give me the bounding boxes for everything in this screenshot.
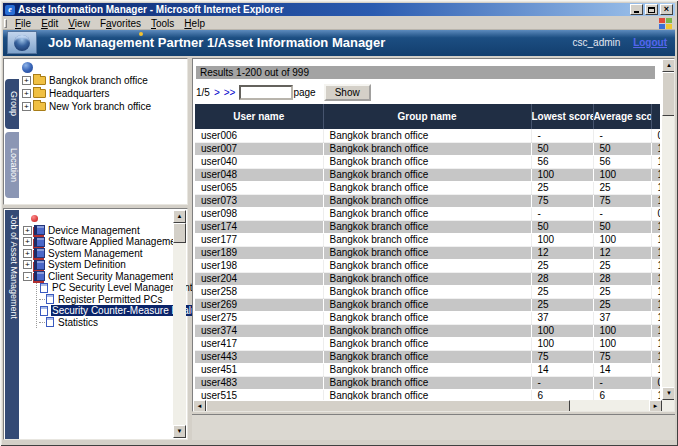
table-row[interactable]: user198Bangkok branch office25251 <box>195 259 660 272</box>
menu-grip[interactable] <box>4 19 7 28</box>
table-row[interactable]: user174Bangkok branch office50501 <box>195 220 660 233</box>
table-row[interactable]: user007Bangkok branch office50501 <box>195 142 660 155</box>
expand-icon[interactable]: + <box>22 89 31 98</box>
scroll-thumb[interactable] <box>173 223 186 243</box>
expand-icon[interactable]: + <box>22 102 31 111</box>
table-row[interactable]: user189Bangkok branch office12121 <box>195 246 660 259</box>
collapse-icon[interactable]: - <box>23 272 32 281</box>
table-row[interactable]: user258Bangkok branch office25251 <box>195 285 660 298</box>
cell-num: 1 <box>651 142 660 155</box>
page-icon <box>46 294 54 304</box>
cell-num: 0 <box>651 376 660 389</box>
minimize-button[interactable] <box>630 4 643 15</box>
table-row[interactable]: user073Bangkok branch office75751 <box>195 194 660 207</box>
show-button[interactable]: Show <box>324 84 371 101</box>
cell-average-score: 28 <box>593 272 651 285</box>
table-row[interactable]: user177Bangkok branch office1001001 <box>195 233 660 246</box>
page-number-input[interactable] <box>239 85 293 100</box>
scroll-up-button[interactable]: ▲ <box>662 59 675 72</box>
results-table: User nameGroup nameLowest scoreAverage s… <box>195 104 660 400</box>
expand-icon[interactable]: + <box>23 249 32 258</box>
table-row[interactable]: user098Bangkok branch office--0 <box>195 207 660 220</box>
cell-user-name: user374 <box>195 324 323 337</box>
expand-icon[interactable]: + <box>23 260 32 269</box>
cell-lowest-score: - <box>531 129 593 142</box>
table-row[interactable]: user374Bangkok branch office1001001 <box>195 324 660 337</box>
cell-average-score: 25 <box>593 285 651 298</box>
cell-num: 1 <box>651 194 660 207</box>
expand-icon[interactable]: + <box>23 226 32 235</box>
table-row[interactable]: user275Bangkok branch office37371 <box>195 311 660 324</box>
nav-item-register-permitted-pcs[interactable]: Register Permitted PCs <box>39 294 171 306</box>
main-horizontal-scrollbar[interactable]: ◄ ► <box>193 400 662 412</box>
job-nav-panel: Job of Asset Management +Device Manageme… <box>3 208 188 440</box>
col-lowest-score: Lowest score <box>531 104 593 129</box>
table-row[interactable]: user269Bangkok branch office25251 <box>195 298 660 311</box>
cell-num: 1 <box>651 324 660 337</box>
logout-link[interactable]: Logout <box>633 37 667 48</box>
last-page-link[interactable]: >> <box>224 87 236 98</box>
menu-view[interactable]: View <box>63 18 95 29</box>
cell-user-name: user515 <box>195 389 323 400</box>
scroll-left-button[interactable]: ◄ <box>193 400 206 412</box>
table-row[interactable]: user040Bangkok branch office56561 <box>195 155 660 168</box>
nav-item-client-security-management[interactable]: -Client Security Management <box>23 271 171 283</box>
nav-item-software-applied-management[interactable]: +Software Applied Management <box>23 236 171 248</box>
col-group-name: Group name <box>323 104 531 129</box>
cell-group-name: Bangkok branch office <box>323 272 531 285</box>
table-row[interactable]: user065Bangkok branch office25251 <box>195 181 660 194</box>
tree-item-headquarters[interactable]: +Headquarters <box>22 87 185 100</box>
expand-icon[interactable]: + <box>22 76 31 85</box>
scroll-thumb[interactable] <box>206 400 570 412</box>
table-row[interactable]: user417Bangkok branch office1001001 <box>195 337 660 350</box>
cell-user-name: user177 <box>195 233 323 246</box>
nav-item-security-counter-measure-evaluation[interactable]: Security Counter-Measure Evaluation <box>39 305 171 317</box>
close-button[interactable]: × <box>660 4 673 15</box>
main-vertical-scrollbar[interactable]: ▲ ▼ <box>662 59 675 400</box>
nav-item-statistics[interactable]: Statistics <box>39 317 171 329</box>
scrollbar-corner <box>662 400 675 412</box>
cell-group-name: Bangkok branch office <box>323 220 531 233</box>
cell-lowest-score: 100 <box>531 324 593 337</box>
tree-item-new-york-branch-office[interactable]: +New York branch office <box>22 100 185 113</box>
cell-group-name: Bangkok branch office <box>323 168 531 181</box>
tree-item-bangkok-branch-office[interactable]: +Bangkok branch office <box>22 74 185 87</box>
tab-group[interactable]: Group <box>5 79 19 129</box>
scroll-right-button[interactable]: ► <box>649 400 662 412</box>
cell-group-name: Bangkok branch office <box>323 207 531 220</box>
nav-item-device-management[interactable]: +Device Management <box>23 225 171 237</box>
tab-location[interactable]: Location <box>5 132 19 198</box>
table-row[interactable]: user443Bangkok branch office75751 <box>195 350 660 363</box>
table-row[interactable]: user451Bangkok branch office14141 <box>195 363 660 376</box>
nav-item-system-definition[interactable]: +System Definition <box>23 259 171 271</box>
menu-favorites[interactable]: Favorites <box>95 18 146 29</box>
cell-lowest-score: 37 <box>531 311 593 324</box>
scroll-thumb[interactable] <box>662 72 675 116</box>
nav-item-pc-security-level-management[interactable]: PC Security Level Management <box>39 282 171 294</box>
table-row[interactable]: user048Bangkok branch office1001001 <box>195 168 660 181</box>
table-row[interactable]: user204Bangkok branch office28281 <box>195 272 660 285</box>
maximize-icon <box>648 7 655 13</box>
scroll-down-button[interactable]: ▼ <box>173 425 186 438</box>
maximize-button[interactable] <box>645 4 658 15</box>
scroll-down-button[interactable]: ▼ <box>662 387 675 400</box>
title-bar[interactable]: e Asset Information Manager - Microsoft … <box>3 3 675 16</box>
menu-tools[interactable]: Tools <box>146 18 179 29</box>
cell-average-score: 75 <box>593 350 651 363</box>
minimize-icon <box>634 11 639 13</box>
cell-lowest-score: 100 <box>531 233 593 246</box>
expand-icon[interactable]: + <box>23 237 32 246</box>
cell-lowest-score: 28 <box>531 272 593 285</box>
table-row[interactable]: user483Bangkok branch office--0 <box>195 376 660 389</box>
next-page-link[interactable]: > <box>214 87 220 98</box>
nav-vertical-scrollbar[interactable]: ▲ ▼ <box>173 210 186 438</box>
menu-file[interactable]: File <box>10 18 36 29</box>
table-row[interactable]: user006Bangkok branch office--0 <box>195 129 660 142</box>
menu-edit[interactable]: Edit <box>36 18 63 29</box>
cell-num: 1 <box>651 363 660 376</box>
nav-item-system-management[interactable]: +System Management <box>23 248 171 260</box>
table-row[interactable]: user515Bangkok branch office661 <box>195 389 660 400</box>
cell-group-name: Bangkok branch office <box>323 129 531 142</box>
scroll-up-button[interactable]: ▲ <box>173 210 186 223</box>
menu-help[interactable]: Help <box>179 18 210 29</box>
